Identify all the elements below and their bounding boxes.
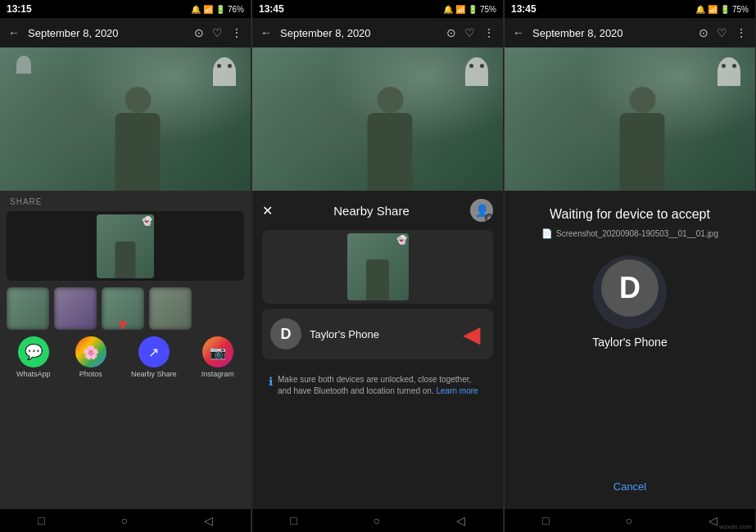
time-3: 13:45 <box>511 3 536 15</box>
status-icons-1: 🔔 📶 🔋 76% <box>191 5 244 14</box>
app-thumbnails-row: ▼ <box>7 287 244 330</box>
top-icons-3: ⊙ ♡ ⋮ <box>699 26 747 39</box>
heart-icon-3[interactable]: ♡ <box>717 26 727 39</box>
heart-icon-2[interactable]: ♡ <box>464 26 475 39</box>
date-title-3: September 8, 2020 <box>532 27 690 39</box>
share-icons-row: 💬 WhatsApp 🌸 Photos ↗ Nearby Share 📷 <box>7 336 244 378</box>
whatsapp-icon: 💬 <box>18 336 49 367</box>
back-nav-2[interactable]: ◁ <box>456 514 465 527</box>
whatsapp-label: WhatsApp <box>16 370 51 378</box>
share-panel-1: SHARE 👻 ▼ <box>0 191 251 509</box>
square-nav-3[interactable]: □ <box>542 514 549 527</box>
crop-icon-1[interactable]: ⊙ <box>194 26 204 39</box>
more-icon-2[interactable]: ⋮ <box>483 26 495 39</box>
photo-image-2 <box>252 47 503 191</box>
settings-dot: ⚙ <box>485 214 493 222</box>
waiting-panel: Waiting for device to accept 📄 Screensho… <box>505 191 755 509</box>
status-icons-3: 🔔 📶 🔋 75% <box>695 5 749 14</box>
whatsapp-share[interactable]: 💬 WhatsApp <box>16 336 51 378</box>
instagram-share[interactable]: 📷 Instagram <box>201 336 234 378</box>
nearby-share-dialog: ✕ Nearby Share 👤 ⚙ 👻 D Taylor's Phone ◀ <box>252 191 503 509</box>
nav-bar-3: □ ○ ◁ <box>505 509 755 532</box>
ghost-decoration-1 <box>213 57 236 86</box>
top-icons-2: ⊙ ♡ ⋮ <box>446 26 495 39</box>
circle-nav-3[interactable]: ○ <box>626 514 632 527</box>
device-avatar-2: D <box>270 318 301 349</box>
back-button-2[interactable]: ← <box>260 26 272 39</box>
waiting-device-name: Taylor's Phone <box>592 336 667 349</box>
user-avatar-2[interactable]: 👤 ⚙ <box>470 199 493 222</box>
photos-icon: 🌸 <box>75 336 106 367</box>
nearby-info: ℹ Make sure both devices are unlocked, c… <box>262 367 493 404</box>
crop-icon-3[interactable]: ⊙ <box>699 26 708 39</box>
phone-panel-1: 13:15 🔔 📶 🔋 76% ← September 8, 2020 ⊙ ♡ … <box>0 0 251 532</box>
avatar-ring: D <box>593 255 667 329</box>
instagram-icon: 📷 <box>202 336 233 367</box>
square-nav-1[interactable]: □ <box>38 514 44 527</box>
watermark: wsxdn.com <box>719 523 752 530</box>
status-bar-3: 13:45 🔔 📶 🔋 75% <box>505 0 755 18</box>
photo-area-3 <box>505 47 755 191</box>
ghost2-1 <box>16 56 31 74</box>
red-arrow-2: ◀ <box>463 321 481 348</box>
back-nav-3[interactable]: ◁ <box>708 514 718 527</box>
back-button-1[interactable]: ← <box>8 26 20 39</box>
ghost-decoration-3 <box>718 57 740 86</box>
photo-image-1 <box>0 47 251 191</box>
info-icon-2: ℹ <box>269 375 273 388</box>
back-button-3[interactable]: ← <box>513 26 524 39</box>
thumb-2 <box>54 287 97 330</box>
nearby-title: Nearby Share <box>273 204 470 218</box>
person-figure-1 <box>115 87 161 191</box>
nav-bar-1: □ ○ ◁ <box>0 509 251 532</box>
back-nav-1[interactable]: ◁ <box>204 514 213 527</box>
thumb-3: ▼ <box>102 287 144 330</box>
time-2: 13:45 <box>259 3 284 15</box>
photo-image-3 <box>505 47 755 191</box>
person-figure-3 <box>620 87 665 191</box>
photo-area-2 <box>252 47 503 191</box>
status-bar-2: 13:45 🔔 📶 🔋 75% <box>252 0 503 18</box>
status-icons-2: 🔔 📶 🔋 75% <box>443 5 496 14</box>
circle-nav-2[interactable]: ○ <box>373 514 380 527</box>
nearby-icon: ↗ <box>138 336 170 367</box>
top-bar-3: ← September 8, 2020 ⊙ ♡ ⋮ <box>505 18 755 47</box>
crop-icon-2[interactable]: ⊙ <box>446 26 456 39</box>
share-label: SHARE <box>7 197 244 206</box>
top-bar-1: ← September 8, 2020 ⊙ ♡ ⋮ <box>0 18 251 47</box>
more-icon-1[interactable]: ⋮ <box>231 26 242 39</box>
date-title-1: September 8, 2020 <box>28 27 186 39</box>
share-preview-1: 👻 <box>7 211 244 281</box>
devices-area: D Taylor's Phone ◀ <box>262 309 493 359</box>
nearby-share[interactable]: ↗ Nearby Share <box>131 336 177 378</box>
thumb-1 <box>7 287 49 330</box>
nearby-close-button[interactable]: ✕ <box>262 203 273 219</box>
instagram-label: Instagram <box>201 370 234 378</box>
photos-share[interactable]: 🌸 Photos <box>75 336 106 378</box>
heart-icon-1[interactable]: ♡ <box>212 26 223 39</box>
info-text-2: Make sure both devices are unlocked, clo… <box>278 374 487 397</box>
learn-more-link[interactable]: Learn more <box>436 386 478 395</box>
status-bar-1: 13:15 🔔 📶 🔋 76% <box>0 0 251 18</box>
top-icons-1: ⊙ ♡ ⋮ <box>194 26 242 39</box>
photo-area-1 <box>0 47 251 191</box>
nearby-header: ✕ Nearby Share 👤 ⚙ <box>252 191 503 230</box>
waiting-device-avatar: D <box>601 259 659 317</box>
file-icon: 📄 <box>541 228 553 239</box>
phone-panel-2: 13:45 🔔 📶 🔋 75% ← September 8, 2020 ⊙ ♡ … <box>252 0 504 532</box>
date-title-2: September 8, 2020 <box>280 27 438 39</box>
preview-thumb-1: 👻 <box>97 214 154 278</box>
square-nav-2[interactable]: □ <box>290 514 297 527</box>
filename-area: 📄 Screenshot_20200908-190503__01__01.jpg <box>541 228 718 239</box>
waiting-title: Waiting for device to accept <box>550 207 710 222</box>
photos-label: Photos <box>79 370 102 378</box>
thumb-4 <box>149 287 192 330</box>
device-row: D Taylor's Phone ◀ <box>270 318 485 349</box>
circle-nav-1[interactable]: ○ <box>121 514 128 527</box>
more-icon-3[interactable]: ⋮ <box>736 26 747 39</box>
filename-text: Screenshot_20200908-190503__01__01.jpg <box>556 229 718 238</box>
ghost-decoration-2 <box>465 57 488 86</box>
nearby-preview-img: 👻 <box>347 233 409 300</box>
cancel-button[interactable]: Cancel <box>613 480 646 493</box>
device-avatar-container: D <box>593 255 667 329</box>
